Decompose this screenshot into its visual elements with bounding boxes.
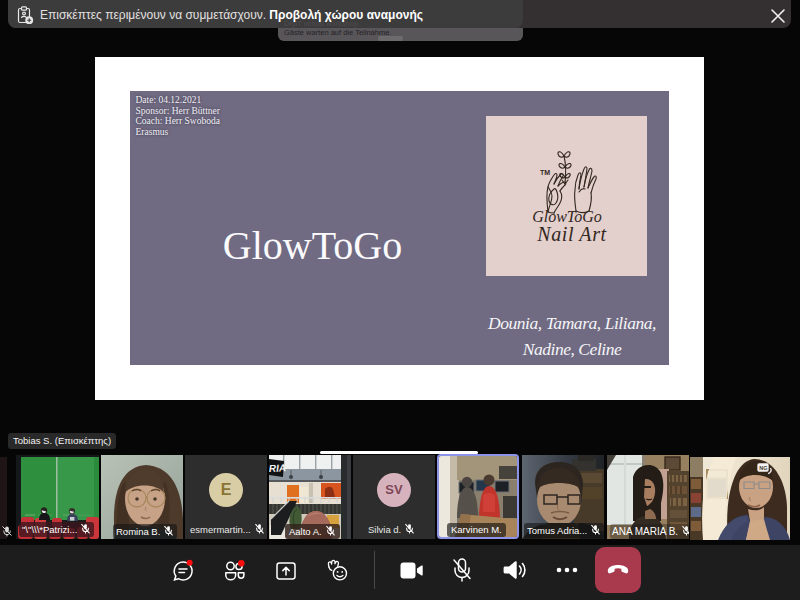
svg-text:Nail Art: Nail Art	[536, 223, 606, 245]
svg-text:NG: NG	[759, 465, 767, 471]
svg-text:RIA: RIA	[269, 462, 286, 474]
svg-text:TM: TM	[540, 169, 550, 176]
